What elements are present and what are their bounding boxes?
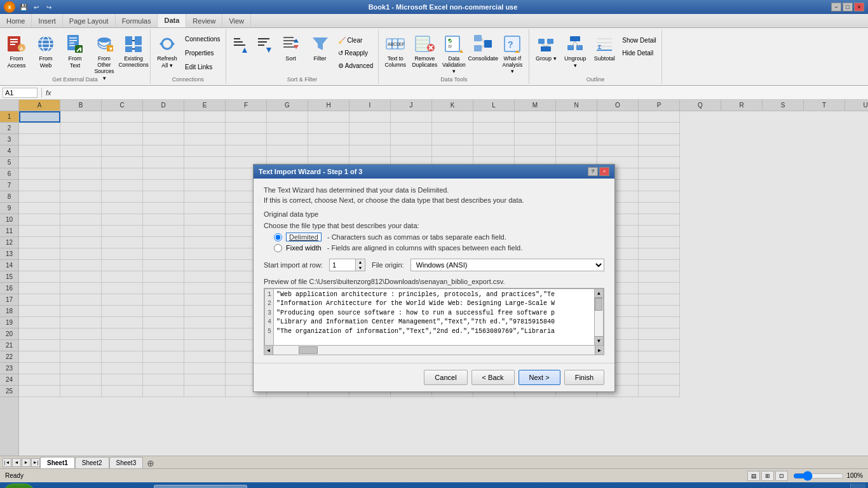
ribbon-content: A FromAccess FromWeb FromText	[0, 28, 868, 85]
page-layout-view-button[interactable]: ⊞	[761, 471, 774, 481]
hscroll-track[interactable]	[273, 346, 595, 355]
hide-detail-button[interactable]: Hide Detail	[620, 47, 658, 58]
tab-review[interactable]: Review	[186, 14, 222, 27]
normal-view-button[interactable]: ▤	[747, 471, 760, 481]
hscroll-left-button[interactable]: ◄	[264, 346, 273, 355]
scroll-up-button[interactable]: ▲	[595, 289, 603, 298]
scroll-thumb[interactable]	[595, 298, 602, 311]
back-button[interactable]: < Back	[471, 370, 515, 385]
refresh-all-button[interactable]: RefreshAll ▾	[153, 32, 181, 74]
from-text-button[interactable]: FromText	[61, 32, 89, 74]
text-to-columns-button[interactable]: ABCDEF Text toColumns	[381, 32, 409, 74]
outline-small-buttons: Show Detail Hide Detail	[620, 32, 658, 74]
hscroll-right-button[interactable]: ►	[595, 346, 604, 355]
sheet-nav-prev[interactable]: ◄	[12, 458, 21, 467]
clear-button[interactable]: 🧹 Clear	[336, 34, 376, 46]
show-detail-button[interactable]: Show Detail	[620, 34, 658, 46]
next-button[interactable]: Next >	[519, 370, 560, 385]
edit-links-button[interactable]: Edit Links	[182, 61, 223, 72]
delimited-radio[interactable]	[274, 233, 282, 241]
preview-vertical-scrollbar[interactable]: ▲ ▼	[594, 289, 603, 345]
hscroll-thumb[interactable]	[299, 346, 318, 354]
sort-button[interactable]: Sort	[277, 32, 305, 74]
data-validation-icon	[444, 34, 464, 54]
sort-asc-button[interactable]	[229, 32, 252, 74]
file-type-label: Choose the file type that best describes…	[264, 222, 604, 229]
scroll-down-button[interactable]: ▼	[595, 336, 603, 345]
sheet-tab-sheet3[interactable]: Sheet3	[109, 457, 144, 468]
tab-page-layout[interactable]: Page Layout	[63, 14, 116, 27]
group-button[interactable]: Group ▾	[532, 32, 560, 74]
file-origin-select[interactable]: Windows (ANSI) Unicode UTF-8	[410, 259, 604, 271]
preview-num-2: 2	[267, 299, 271, 309]
redo-button[interactable]: ↪	[43, 2, 55, 12]
show-desktop-button[interactable]	[850, 484, 865, 488]
scroll-track[interactable]	[595, 298, 603, 336]
sort-filter-label: Sort & Filter	[229, 76, 376, 83]
taskbar-active-window[interactable]: X Book1 - Microsoft Excel	[154, 485, 247, 488]
cancel-button[interactable]: Cancel	[424, 370, 467, 385]
preview-line-numbers: 1 2 3 4 5	[265, 289, 274, 345]
preview-num-3: 3	[267, 309, 271, 318]
properties-button[interactable]: Properties	[182, 47, 223, 58]
start-row-input[interactable]	[330, 261, 355, 269]
fixed-width-radio[interactable]	[274, 244, 282, 252]
sort-desc-button[interactable]	[253, 32, 276, 74]
from-other-sources-button[interactable]: ▼ From OtherSources ▾	[90, 32, 118, 74]
minimize-button[interactable]: −	[831, 3, 841, 11]
dialog-help-button[interactable]: ?	[588, 167, 598, 176]
filter-button[interactable]: Filter	[306, 32, 334, 74]
fixed-width-label[interactable]: Fixed width	[286, 244, 322, 252]
from-access-button[interactable]: A FromAccess	[3, 32, 31, 74]
existing-connections-button[interactable]: ExistingConnections	[119, 32, 147, 74]
sheet-tab-sheet1[interactable]: Sheet1	[40, 457, 75, 468]
status-right: ▤ ⊞ ⊡ 100%	[747, 471, 863, 481]
tab-data[interactable]: Data	[158, 14, 186, 27]
close-button[interactable]: ×	[854, 3, 864, 11]
sort-asc-icon	[230, 34, 250, 54]
page-break-view-button[interactable]: ⊡	[775, 471, 788, 481]
from-web-button[interactable]: FromWeb	[32, 32, 60, 74]
zoom-slider[interactable]	[793, 471, 844, 481]
taskbar: ⊞ Start 🌐 📁 O 🔵 🦊 🎬 💻 S X Book1 - Micros…	[0, 482, 868, 488]
formula-bar: fx	[0, 86, 868, 100]
advanced-button[interactable]: ⚙ Advanced	[336, 60, 376, 71]
consolidate-button[interactable]: Consolidate	[469, 32, 497, 74]
zoom-level: 100%	[846, 472, 863, 479]
data-validation-button[interactable]: DataValidation ▾	[440, 32, 468, 74]
reapply-button[interactable]: ↺ Reapply	[336, 47, 376, 58]
sheet-nav-next[interactable]: ►	[22, 458, 31, 467]
insert-sheet-button[interactable]: ⊕	[143, 458, 158, 468]
tab-home[interactable]: Home	[0, 14, 32, 27]
ungroup-button[interactable]: Ungroup ▾	[561, 32, 589, 74]
connections-button[interactable]: Connections	[182, 33, 223, 44]
sheet-tab-sheet2[interactable]: Sheet2	[75, 457, 109, 468]
save-button[interactable]: 💾	[18, 2, 29, 12]
spin-up-button[interactable]: ▲	[356, 259, 365, 265]
tab-view[interactable]: View	[222, 14, 251, 27]
undo-button[interactable]: ↩	[31, 2, 42, 12]
subtotal-button[interactable]: Σ Subtotal	[590, 32, 618, 74]
finish-button[interactable]: Finish	[564, 370, 604, 385]
svg-rect-58	[445, 36, 459, 51]
tab-insert[interactable]: Insert	[32, 14, 63, 27]
svg-marker-44	[313, 37, 328, 50]
tab-formulas[interactable]: Formulas	[116, 14, 158, 27]
svg-rect-1	[10, 39, 18, 40]
formula-input[interactable]	[54, 89, 865, 97]
from-other-sources-icon: ▼	[94, 34, 114, 54]
delimited-label[interactable]: Delimited	[286, 233, 322, 241]
preview-horizontal-scrollbar[interactable]: ◄ ►	[264, 346, 604, 355]
dialog-close-button[interactable]: ×	[599, 167, 609, 176]
group-data-tools: ABCDEF Text toColumns RemoveDuplicates D…	[379, 29, 529, 84]
restore-button[interactable]: □	[843, 3, 853, 11]
sheet-nav-first[interactable]: |◄	[3, 458, 11, 467]
cell-reference-box[interactable]	[3, 88, 37, 98]
what-if-analysis-button[interactable]: ? What-IfAnalysis ▾	[498, 32, 526, 74]
sheet-nav-last[interactable]: ►|	[31, 458, 40, 467]
svg-point-19	[98, 37, 111, 43]
remove-duplicates-button[interactable]: RemoveDuplicates	[410, 32, 438, 74]
spin-down-button[interactable]: ▼	[356, 265, 365, 271]
quick-access-toolbar: 💾 ↩ ↪	[18, 2, 55, 12]
start-button[interactable]: ⊞ Start	[3, 484, 36, 488]
